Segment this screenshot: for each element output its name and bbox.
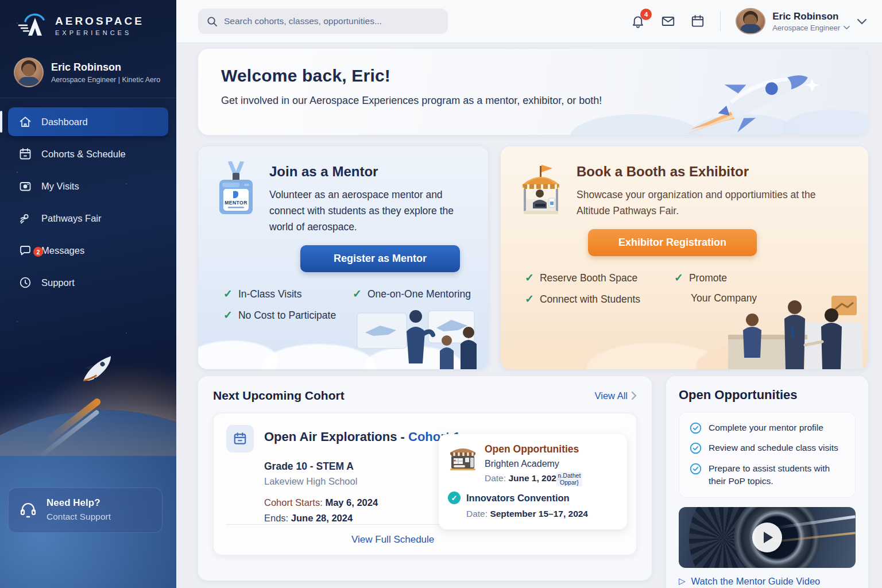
mentor-guide-video-thumbnail[interactable] [679, 507, 856, 568]
sidebar-item-support[interactable]: Support [8, 268, 168, 297]
benefit-label: Promote [689, 272, 727, 284]
content: Welcome back, Eric! Get involved in our … [176, 43, 882, 588]
messages-badge: 2 [33, 247, 43, 257]
circle-check-icon [690, 422, 702, 434]
sidebar: AEROSPACE EXPERIENCES Eric Robinson Aero… [0, 0, 176, 588]
date-value: June 1, 2024 [508, 473, 561, 483]
circle-check-icon [690, 442, 702, 454]
topbar-avatar [736, 8, 765, 34]
register-as-mentor-button[interactable]: Register as Mentor [300, 245, 460, 272]
notifications-bell-icon[interactable]: 4 [630, 14, 645, 29]
starts-date: May 6, 2024 [325, 497, 378, 508]
atmosphere-glow [0, 404, 176, 456]
sidebar-avatar [14, 57, 44, 87]
profile-role: Aerospace Engineer | Kinetic Aero [51, 76, 164, 84]
brand-logo-icon [17, 13, 49, 39]
sidebar-item-label: Messages [41, 245, 84, 256]
brand: AEROSPACE EXPERIENCES [0, 0, 176, 49]
calendar-icon [18, 147, 32, 161]
event-date-value: September 15–17, 2024 [490, 509, 588, 519]
home-icon [18, 115, 32, 129]
storefront-icon [448, 443, 478, 483]
sidebar-item-label: Cohorts & Schedule [41, 149, 126, 160]
headset-icon [18, 500, 38, 520]
view-full-schedule-link[interactable]: View Full Schedule [351, 534, 434, 546]
sidebar-item-pathways-fair[interactable]: Pathways Fair [8, 204, 168, 233]
exhibitor-card-title: Book a Booth as Exhibitor [577, 164, 846, 180]
open-opportunities-mini-card[interactable]: Open Opportunities Brighten Academy Date… [439, 434, 627, 529]
svg-text:MENTOR: MENTOR [225, 200, 247, 206]
cohort-section-title: Next Upcoming Cohort [213, 389, 345, 403]
brand-tagline: EXPERIENCES [55, 29, 144, 36]
camera-icon [18, 179, 32, 193]
benefit-label: No Cost to Participate [238, 310, 336, 322]
topbar-divider [720, 11, 721, 31]
sidebar-item-dashboard[interactable]: Dashboard [8, 107, 168, 136]
check-icon: ✓ [674, 271, 683, 284]
exhibitor-registration-button[interactable]: Exhibitor Registration [588, 229, 757, 256]
benefit-label-continuation: Your Company [674, 292, 851, 305]
mentor-benefits: ✓In-Class Visits ✓One-on-One Mentoring ✓… [215, 287, 471, 322]
mentor-card-body: Volunteer as an aerospace mentor and con… [269, 187, 465, 235]
garbled-text-artifact: n.Dathet Oppar} [556, 472, 583, 486]
sidebar-item-cohorts-schedule[interactable]: Cohorts & Schedule [8, 140, 168, 168]
ends-label: Ends: [264, 513, 288, 523]
check-icon: ✓ [223, 308, 233, 322]
search-input[interactable] [224, 16, 440, 26]
view-all-link[interactable]: View All [595, 390, 637, 401]
benefit-label: In-Class Visits [238, 288, 302, 300]
sidebar-item-messages[interactable]: 2 Messages [8, 236, 168, 265]
calendar-icon[interactable] [690, 14, 705, 29]
check-circle-icon: ✓ [448, 492, 461, 504]
topbar: 4 Eric Robinson Aerospace Engineer [176, 0, 882, 43]
search-icon [206, 16, 218, 28]
opportunities-title: Open Opportunities [679, 388, 856, 403]
opportunities-checklist: Complete your mentor profile Review and … [679, 412, 856, 498]
divider [226, 524, 456, 525]
watch-video-link[interactable]: ▷ Watch the Mentor Guide Video [679, 576, 856, 587]
exhibitor-benefits: ✓Reserve Booth Space ✓Promote ✓Connect w… [518, 271, 851, 305]
check-icon: ✓ [353, 287, 362, 300]
sidebar-item-label: Support [41, 277, 75, 288]
exhibitor-card: Book a Booth as Exhibitor Showcase your … [501, 146, 868, 369]
notification-badge: 4 [640, 9, 652, 20]
sidebar-item-label: Pathways Fair [41, 213, 102, 224]
chevron-down-icon[interactable] [857, 18, 867, 25]
open-opportunities-panel: Open Opportunities Complete your mentor … [666, 376, 868, 588]
calendar-chip-icon [226, 425, 254, 452]
exhibitor-card-body: Showcase your organization and opportium… [577, 187, 846, 219]
chevron-down-small-icon [844, 25, 850, 30]
check-icon: ✓ [223, 287, 233, 300]
mentor-badge-icon: MENTOR [215, 161, 257, 235]
date-label: Date: [485, 473, 506, 483]
help-title: Need Help? [47, 497, 111, 509]
mentor-card: MENTOR Join as a Mentor Volunteer as an … [198, 146, 488, 369]
support-icon [18, 276, 32, 289]
sidebar-item-my-visits[interactable]: My Visits [8, 172, 168, 200]
user-menu[interactable]: Eric Robinson Aerospace Engineer [736, 8, 867, 34]
mentor-card-title: Join as a Mentor [269, 164, 465, 180]
cohort-card: Open Air Explorations - Cohort 1 Grade 1… [213, 413, 637, 555]
upcoming-cohort-panel: Next Upcoming Cohort View All Open Air E… [198, 376, 652, 581]
sidebar-profile[interactable]: Eric Robinson Aerospace Engineer | Kinet… [0, 49, 176, 98]
checklist-label: Review and schedule class visits [709, 442, 838, 454]
help-box[interactable]: Need Help? Contact Support [8, 488, 163, 533]
play-button-icon[interactable] [752, 523, 782, 552]
messages-icon: 2 [18, 243, 32, 257]
ends-date: June 28, 2024 [291, 513, 353, 523]
circle-check-icon [690, 463, 702, 475]
mini-card-title: Open Opportunities [485, 443, 579, 455]
checklist-item: Prepare to assist students with their Po… [690, 462, 845, 488]
search-box[interactable] [198, 9, 448, 34]
main-area: 4 Eric Robinson Aerospace Engineer [176, 0, 882, 588]
check-icon: ✓ [525, 271, 534, 284]
brand-name: AEROSPACE [55, 16, 144, 28]
cohort-title: Open Air Explorations - [264, 430, 405, 444]
benefit-label: Connect with Students [540, 293, 640, 305]
chevron-right-icon [631, 391, 637, 400]
mail-icon[interactable] [660, 14, 675, 29]
contact-support-link[interactable]: Contact Support [47, 512, 111, 522]
topbar-user-role: Aerospace Engineer [772, 24, 840, 32]
check-icon: ✓ [525, 292, 534, 305]
welcome-banner: Welcome back, Eric! Get involved in our … [198, 49, 868, 135]
